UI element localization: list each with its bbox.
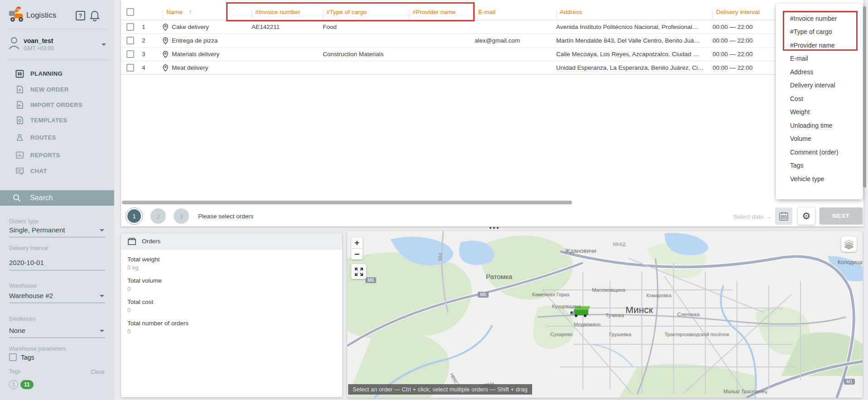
calendar-icon [779,211,789,221]
divider [9,237,105,237]
orders-type-select[interactable]: Single, Permanent [9,226,65,234]
step-2: 2 [150,208,166,224]
filter-label-delivery-interval: Delivery interval [9,245,48,251]
column-header-invoice[interactable]: #Invoice number [252,9,323,15]
search-placeholder: Search [30,194,53,202]
step-1[interactable]: 1 [126,207,143,225]
column-header-address[interactable]: Address [556,9,713,15]
orders-summary-panel: Orders Total weight 0 kg Total volume 0 … [121,233,342,397]
menu-item-email[interactable]: E-mail [776,52,863,66]
column-header-provider[interactable]: #Provider name [409,9,475,15]
filter-label-orders-type: Orders' type [9,218,39,225]
column-header-name[interactable]: Name ↑ [163,9,252,15]
row-checkbox[interactable] [126,23,134,31]
layers-icon [844,239,854,250]
menu-item-invoice-number[interactable]: #Invoice number [776,12,863,25]
sort-asc-icon[interactable]: ↑ [189,9,192,15]
menu-item-type-of-cargo[interactable]: #Type of cargo [776,25,863,39]
user-name: voan_test [24,37,53,44]
sidebar-item-templates[interactable]: TEMPLATES [0,112,114,128]
select-all-checkbox[interactable] [126,8,134,16]
location-pin-icon [163,24,168,31]
user-menu-caret-icon[interactable] [102,43,106,46]
metric-total-orders: Total number of orders 0 [127,320,342,335]
sidebar-item-label: ROUTES [30,134,56,141]
sidebar-item-reports[interactable]: REPORTS [0,147,114,163]
calendar-button[interactable] [775,207,792,225]
sidebar-item-label: PLANNING [30,70,63,77]
table-row[interactable]: 2 Entrega de pizza alex@gmail.com Martín… [121,34,779,48]
column-header-email[interactable]: E-mail [475,9,556,15]
import-orders-icon [15,101,24,109]
map-canvas[interactable]: Ждановичи Ратомка Минск Каменная Горка М… [347,231,863,398]
sidebar-item-label: NEW ORDER [30,86,69,93]
order-name: Materials delivery [172,51,219,58]
filter-label-geofences: Geofences [9,316,35,322]
map-zoom-out-button[interactable]: − [351,249,363,260]
tag-badge-1[interactable]: 1 [9,380,18,389]
sidebar-item-routes[interactable]: ROUTES [0,130,114,145]
sidebar-item-new-order[interactable]: NEW ORDER [0,82,114,97]
table-row[interactable]: 3 Materials delivery Construction Materi… [121,48,779,61]
divider [9,337,105,338]
tags-clear-button[interactable]: Clear [91,368,105,375]
warehouse-select[interactable]: Warehouse #2 [9,292,53,299]
menu-item-address[interactable]: Address [776,65,863,79]
cell-address: Unidad Esperanza, La Esperanza, Benito J… [556,64,713,71]
location-pin-icon [163,37,168,44]
divider [9,270,105,270]
column-header-interval[interactable]: Delivery interval [713,9,779,15]
row-checkbox[interactable] [126,37,134,44]
menu-item-weight[interactable]: Weight [776,106,863,119]
menu-item-provider-name[interactable]: #Provider name [776,39,863,52]
warehouse-parameters-label: Warehouse parameters [9,346,66,352]
menu-item-tags[interactable]: Tags [776,159,863,173]
next-button[interactable]: NEXT [820,207,863,224]
map-hint-tooltip: Select an order — Ctrl + click; select m… [348,384,532,395]
map-zoom-in-button[interactable]: + [351,238,363,249]
row-checkbox[interactable] [126,50,134,58]
chevron-down-icon[interactable] [100,295,104,297]
menu-item-comment-order[interactable]: Comment (order) [776,145,863,159]
table-row[interactable]: 4 Meat delivery Unidad Esperanza, La Esp… [121,61,779,75]
search-input[interactable]: Search [0,190,114,206]
cell-address: Martín Mendalde 843, Del Valle Centro, B… [556,37,713,44]
sidebar-item-import-orders[interactable]: IMPORT ORDERS [0,97,114,112]
delivery-interval-field[interactable]: 2020-10-01 [9,259,44,266]
tags-checkbox[interactable] [9,353,17,361]
menu-item-cost[interactable]: Cost [776,92,863,106]
horizontal-scrollbar[interactable] [122,201,572,204]
map-fullscreen-button[interactable] [351,264,366,279]
map-tiles [347,231,863,398]
chevron-down-icon[interactable] [100,229,104,231]
menu-item-volume[interactable]: Volume [776,132,863,146]
geofences-select[interactable]: None [9,327,25,334]
routes-icon [15,133,24,142]
user-timezone: GMT +03:00 [24,45,54,52]
table-row[interactable]: 1 Cake delivery AE142211 Food Avenida In… [121,20,779,34]
templates-icon [15,116,24,125]
divider [7,29,107,29]
panel-drag-handle[interactable] [490,227,500,230]
row-checkbox[interactable] [126,64,134,72]
column-header-cargo[interactable]: #Type of cargo [323,9,409,15]
table-header-row: Name ↑ #Invoice number #Type of cargo #P… [121,4,779,20]
orders-summary-title: Orders [142,238,160,245]
menu-item-vehicle-type[interactable]: Vehicle type [776,172,863,186]
chevron-down-icon[interactable] [100,330,104,332]
cell-email: alex@gmail.com [475,37,556,44]
filter-label-warehouse: Warehouse [9,283,37,289]
vertical-scrollbar[interactable] [863,6,866,188]
map-layers-button[interactable] [841,236,857,252]
help-icon[interactable]: ? [76,11,85,20]
search-icon [13,194,21,202]
sidebar-item-chat[interactable]: CHAT [0,163,114,178]
user-avatar-icon [8,36,20,50]
notifications-bell-icon[interactable] [90,10,100,22]
tags-checkbox-label: Tags [21,354,34,361]
menu-item-unloading-time[interactable]: Unloading time [776,119,863,132]
settings-button[interactable]: ⚙ [798,207,815,225]
menu-item-delivery-interval[interactable]: Delivery interval [776,79,863,92]
tag-badge-11[interactable]: 11 [20,380,34,389]
sidebar-item-planning[interactable]: PLANNING [0,66,114,81]
